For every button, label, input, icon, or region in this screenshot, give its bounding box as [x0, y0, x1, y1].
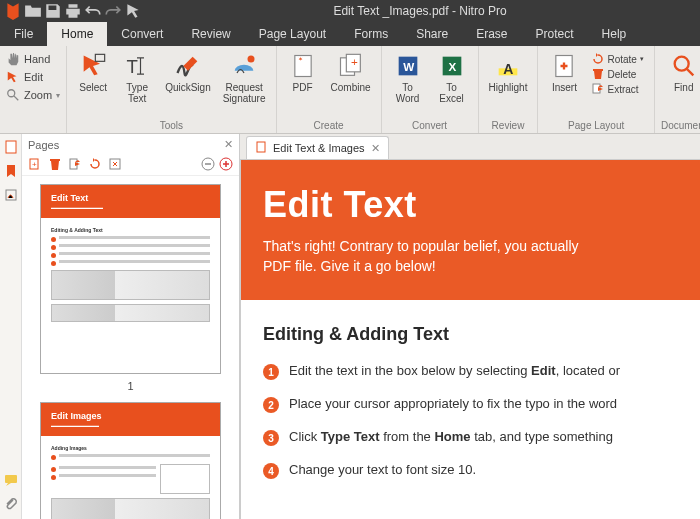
menu-file[interactable]: File	[0, 22, 47, 46]
quicksign-button[interactable]: QuickSign	[161, 50, 215, 119]
thumb-replace-icon[interactable]	[108, 157, 122, 173]
zoom-out-icon[interactable]	[201, 157, 215, 173]
combine-button[interactable]: +Combine	[327, 50, 375, 119]
menu-protect[interactable]: Protect	[522, 22, 588, 46]
type-text-label: Type Text	[126, 82, 148, 104]
tab-doc-icon	[255, 141, 267, 155]
tab-close-icon[interactable]: ✕	[371, 142, 380, 155]
pages-panel: Pages ✕ + Edit Text▬▬▬▬▬▬▬▬▬▬▬▬▬ Editing…	[22, 134, 240, 519]
save-icon[interactable]	[44, 2, 62, 20]
type-text-button[interactable]: TType Text	[117, 50, 157, 119]
thumb-insert-icon[interactable]: +	[28, 157, 42, 173]
content-section: Editing & Adding Text 1Edit the text in …	[241, 300, 700, 479]
document-tab[interactable]: Edit Text & Images ✕	[246, 136, 389, 159]
select-label: Select	[79, 82, 107, 93]
svg-rect-20	[5, 475, 17, 483]
svg-text:+: +	[32, 160, 37, 169]
content-heading: Editing & Adding Text	[263, 324, 700, 345]
find-button[interactable]: Find	[664, 50, 700, 119]
rotate-button[interactable]: Rotate▾	[590, 52, 645, 66]
menu-page-layout[interactable]: Page Layout	[245, 22, 340, 46]
ribbon-group-tools: Select TType Text QuickSign Request Sign…	[67, 46, 276, 133]
document-area: Edit Text & Images ✕ Edit Text That's ri…	[240, 134, 700, 519]
thumb1-number: 1	[40, 380, 221, 392]
thumb-rotate-icon[interactable]	[88, 157, 102, 173]
menu-erase[interactable]: Erase	[462, 22, 521, 46]
menubar: File Home Convert Review Page Layout For…	[0, 22, 700, 46]
step-3: 3Click Type Text from the Home tab, and …	[263, 429, 700, 446]
window-title: Edit Text _Images.pdf - Nitro Pro	[144, 4, 696, 18]
menu-help[interactable]: Help	[588, 22, 641, 46]
pages-panel-icon[interactable]	[4, 140, 18, 156]
ribbon-side-tools: Hand Edit Zoom▾	[0, 46, 67, 133]
pdf-button[interactable]: ✶PDF	[283, 50, 323, 119]
delete-button[interactable]: Delete	[590, 67, 645, 81]
signatures-icon[interactable]	[4, 188, 18, 204]
select-button[interactable]: Select	[73, 50, 113, 119]
thumb-delete-icon[interactable]	[48, 157, 62, 173]
group-label-tools: Tools	[160, 120, 183, 131]
svg-rect-18	[6, 141, 16, 153]
document-view[interactable]: Edit Text That's right! Contrary to popu…	[240, 160, 700, 519]
pages-panel-title: Pages	[28, 139, 59, 151]
svg-text:+: +	[351, 55, 358, 68]
highlight-button[interactable]: AHighlight	[485, 50, 532, 119]
svg-text:X: X	[448, 60, 456, 73]
pages-toolbar: +	[22, 155, 239, 176]
to-excel-label: To Excel	[439, 82, 463, 104]
menu-forms[interactable]: Forms	[340, 22, 402, 46]
step-badge: 1	[263, 364, 279, 380]
hand-label: Hand	[24, 53, 50, 65]
cursor-tool-icon[interactable]	[124, 2, 142, 20]
ribbon-group-review: AHighlight Review	[479, 46, 539, 133]
insert-button[interactable]: Insert	[544, 50, 584, 119]
bookmarks-icon[interactable]	[4, 164, 18, 180]
redo-icon[interactable]	[104, 2, 122, 20]
hero-subtitle: That's right! Contrary to popular belief…	[263, 236, 700, 276]
hand-tool[interactable]: Hand	[2, 50, 64, 68]
comments-icon[interactable]	[4, 473, 18, 489]
menu-review[interactable]: Review	[177, 22, 244, 46]
request-signature-label: Request Signature	[223, 82, 266, 104]
edit-label: Edit	[24, 71, 43, 83]
svg-text:T: T	[127, 56, 138, 77]
find-label: Find	[674, 82, 693, 93]
tab-label: Edit Text & Images	[273, 142, 365, 154]
to-excel-button[interactable]: XTo Excel	[432, 50, 472, 119]
chevron-down-icon: ▾	[640, 55, 644, 63]
step-badge: 4	[263, 463, 279, 479]
page-thumbnail-1[interactable]: Edit Text▬▬▬▬▬▬▬▬▬▬▬▬▬ Editing & Adding …	[40, 184, 221, 374]
open-icon[interactable]	[24, 2, 42, 20]
extract-button[interactable]: Extract	[590, 82, 645, 96]
request-signature-button[interactable]: Request Signature	[219, 50, 270, 119]
group-label-convert: Convert	[412, 120, 447, 131]
print-icon[interactable]	[64, 2, 82, 20]
thumb-extract-icon[interactable]	[68, 157, 82, 173]
ribbon-group-page-layout: Insert Rotate▾ Delete Extract Page Layou…	[538, 46, 654, 133]
document-tabs: Edit Text & Images ✕	[240, 134, 700, 160]
menu-convert[interactable]: Convert	[107, 22, 177, 46]
zoom-in-icon[interactable]	[219, 157, 233, 173]
rotate-label: Rotate	[607, 54, 636, 65]
titlebar: Edit Text _Images.pdf - Nitro Pro	[0, 0, 700, 22]
chevron-down-icon: ▾	[56, 91, 60, 100]
menu-home[interactable]: Home	[47, 22, 107, 46]
thumb1-title: Edit Text	[51, 193, 210, 203]
thumb2-title: Edit Images	[51, 411, 210, 421]
menu-share[interactable]: Share	[402, 22, 462, 46]
to-word-button[interactable]: WTo Word	[388, 50, 428, 119]
svg-point-0	[8, 90, 15, 97]
pdf-label: PDF	[293, 82, 313, 93]
group-label-create: Create	[314, 120, 344, 131]
step-4: 4Change your text to font size 10.	[263, 462, 700, 479]
edit-tool[interactable]: Edit	[2, 68, 64, 86]
page-thumbnail-2[interactable]: Edit Images▬▬▬▬▬▬▬▬▬▬▬▬ Adding Images	[40, 402, 221, 519]
quicksign-label: QuickSign	[165, 82, 211, 93]
zoom-label: Zoom	[24, 89, 52, 101]
undo-icon[interactable]	[84, 2, 102, 20]
attachments-icon[interactable]	[4, 497, 18, 513]
zoom-tool[interactable]: Zoom▾	[2, 86, 64, 104]
group-label-review: Review	[492, 120, 525, 131]
close-panel-icon[interactable]: ✕	[224, 138, 233, 151]
thumbnail-list[interactable]: Edit Text▬▬▬▬▬▬▬▬▬▬▬▬▬ Editing & Adding …	[22, 176, 239, 519]
